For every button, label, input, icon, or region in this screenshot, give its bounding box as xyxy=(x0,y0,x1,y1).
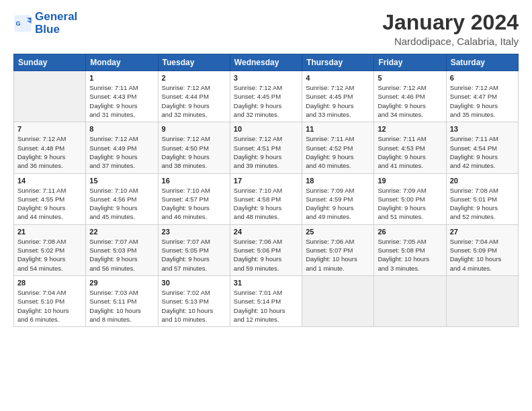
header-saturday: Saturday xyxy=(446,54,518,71)
day-info: Sunrise: 7:08 AMSunset: 5:01 PMDaylight:… xyxy=(450,186,515,222)
week-row-1: 1Sunrise: 7:11 AMSunset: 4:43 PMDaylight… xyxy=(14,71,519,122)
header-monday: Monday xyxy=(86,54,158,71)
day-number: 3 xyxy=(234,74,298,82)
calendar-cell: 31Sunrise: 7:01 AMSunset: 5:14 PMDayligh… xyxy=(230,275,302,326)
day-info: Sunrise: 7:06 AMSunset: 5:06 PMDaylight:… xyxy=(234,237,298,273)
calendar-subtitle: Nardodipace, Calabria, Italy xyxy=(382,36,519,47)
day-info: Sunrise: 7:05 AMSunset: 5:08 PMDaylight:… xyxy=(378,237,442,273)
calendar-cell: 7Sunrise: 7:12 AMSunset: 4:48 PMDaylight… xyxy=(14,122,86,173)
day-info: Sunrise: 7:12 AMSunset: 4:51 PMDaylight:… xyxy=(234,134,298,170)
day-info: Sunrise: 7:12 AMSunset: 4:49 PMDaylight:… xyxy=(89,134,154,170)
day-number: 2 xyxy=(162,74,226,82)
calendar-cell: 21Sunrise: 7:08 AMSunset: 5:02 PMDayligh… xyxy=(14,224,86,275)
header: G General Blue January 2024 Nardodipace,… xyxy=(13,11,519,47)
day-info: Sunrise: 7:11 AMSunset: 4:55 PMDaylight:… xyxy=(17,186,82,222)
calendar-cell: 14Sunrise: 7:11 AMSunset: 4:55 PMDayligh… xyxy=(14,173,86,224)
logo: G General Blue xyxy=(13,11,77,36)
day-info: Sunrise: 7:04 AMSunset: 5:10 PMDaylight:… xyxy=(17,288,82,324)
day-number: 28 xyxy=(17,279,82,287)
day-number: 9 xyxy=(162,125,226,133)
calendar-table: Sunday Monday Tuesday Wednesday Thursday… xyxy=(13,54,519,327)
header-friday: Friday xyxy=(374,54,446,71)
header-row: Sunday Monday Tuesday Wednesday Thursday… xyxy=(14,54,519,71)
calendar-cell xyxy=(374,275,446,326)
page-container: G General Blue January 2024 Nardodipace,… xyxy=(0,0,532,334)
day-number: 10 xyxy=(234,125,298,133)
day-info: Sunrise: 7:02 AMSunset: 5:13 PMDaylight:… xyxy=(162,288,226,324)
day-number: 30 xyxy=(162,279,226,287)
day-number: 25 xyxy=(306,228,370,236)
calendar-cell: 17Sunrise: 7:10 AMSunset: 4:58 PMDayligh… xyxy=(230,173,302,224)
calendar-cell: 1Sunrise: 7:11 AMSunset: 4:43 PMDaylight… xyxy=(86,71,158,122)
calendar-title: January 2024 xyxy=(382,11,519,34)
day-info: Sunrise: 7:10 AMSunset: 4:58 PMDaylight:… xyxy=(234,186,298,222)
day-info: Sunrise: 7:11 AMSunset: 4:54 PMDaylight:… xyxy=(450,134,515,170)
day-number: 17 xyxy=(234,177,298,185)
day-number: 8 xyxy=(89,125,154,133)
day-number: 24 xyxy=(234,228,298,236)
calendar-cell xyxy=(302,275,374,326)
calendar-cell: 3Sunrise: 7:12 AMSunset: 4:45 PMDaylight… xyxy=(230,71,302,122)
header-wednesday: Wednesday xyxy=(230,54,302,71)
title-block: January 2024 Nardodipace, Calabria, Ital… xyxy=(382,11,519,47)
day-info: Sunrise: 7:01 AMSunset: 5:14 PMDaylight:… xyxy=(234,288,298,324)
day-info: Sunrise: 7:12 AMSunset: 4:45 PMDaylight:… xyxy=(234,83,298,119)
day-number: 29 xyxy=(89,279,154,287)
calendar-cell: 27Sunrise: 7:04 AMSunset: 5:09 PMDayligh… xyxy=(446,224,518,275)
day-number: 31 xyxy=(234,279,298,287)
day-number: 26 xyxy=(378,228,442,236)
day-info: Sunrise: 7:11 AMSunset: 4:52 PMDaylight:… xyxy=(306,134,370,170)
week-row-4: 21Sunrise: 7:08 AMSunset: 5:02 PMDayligh… xyxy=(14,224,519,275)
day-info: Sunrise: 7:06 AMSunset: 5:07 PMDaylight:… xyxy=(306,237,370,273)
day-info: Sunrise: 7:08 AMSunset: 5:02 PMDaylight:… xyxy=(17,237,82,273)
day-info: Sunrise: 7:11 AMSunset: 4:53 PMDaylight:… xyxy=(378,134,442,170)
day-number: 5 xyxy=(378,74,442,82)
header-tuesday: Tuesday xyxy=(158,54,230,71)
day-number: 11 xyxy=(306,125,370,133)
day-number: 27 xyxy=(450,228,515,236)
calendar-cell: 6Sunrise: 7:12 AMSunset: 4:47 PMDaylight… xyxy=(446,71,518,122)
calendar-cell: 8Sunrise: 7:12 AMSunset: 4:49 PMDaylight… xyxy=(86,122,158,173)
day-info: Sunrise: 7:12 AMSunset: 4:48 PMDaylight:… xyxy=(17,134,82,170)
calendar-cell xyxy=(446,275,518,326)
day-number: 21 xyxy=(17,228,82,236)
day-number: 19 xyxy=(378,177,442,185)
logo-icon: G xyxy=(13,14,32,33)
day-number: 1 xyxy=(89,74,154,82)
day-info: Sunrise: 7:12 AMSunset: 4:50 PMDaylight:… xyxy=(162,134,226,170)
day-number: 23 xyxy=(162,228,226,236)
day-info: Sunrise: 7:07 AMSunset: 5:03 PMDaylight:… xyxy=(89,237,154,273)
calendar-cell: 2Sunrise: 7:12 AMSunset: 4:44 PMDaylight… xyxy=(158,71,230,122)
calendar-cell: 20Sunrise: 7:08 AMSunset: 5:01 PMDayligh… xyxy=(446,173,518,224)
calendar-cell: 15Sunrise: 7:10 AMSunset: 4:56 PMDayligh… xyxy=(86,173,158,224)
day-number: 13 xyxy=(450,125,515,133)
week-row-3: 14Sunrise: 7:11 AMSunset: 4:55 PMDayligh… xyxy=(14,173,519,224)
day-info: Sunrise: 7:09 AMSunset: 4:59 PMDaylight:… xyxy=(306,186,370,222)
logo-text: General Blue xyxy=(35,11,77,36)
calendar-cell: 26Sunrise: 7:05 AMSunset: 5:08 PMDayligh… xyxy=(374,224,446,275)
calendar-cell: 10Sunrise: 7:12 AMSunset: 4:51 PMDayligh… xyxy=(230,122,302,173)
day-number: 4 xyxy=(306,74,370,82)
day-number: 6 xyxy=(450,74,515,82)
day-info: Sunrise: 7:12 AMSunset: 4:45 PMDaylight:… xyxy=(306,83,370,119)
day-info: Sunrise: 7:12 AMSunset: 4:46 PMDaylight:… xyxy=(378,83,442,119)
calendar-cell: 19Sunrise: 7:09 AMSunset: 5:00 PMDayligh… xyxy=(374,173,446,224)
day-info: Sunrise: 7:07 AMSunset: 5:05 PMDaylight:… xyxy=(162,237,226,273)
calendar-cell: 13Sunrise: 7:11 AMSunset: 4:54 PMDayligh… xyxy=(446,122,518,173)
day-info: Sunrise: 7:10 AMSunset: 4:57 PMDaylight:… xyxy=(162,186,226,222)
calendar-cell: 30Sunrise: 7:02 AMSunset: 5:13 PMDayligh… xyxy=(158,275,230,326)
calendar-cell: 9Sunrise: 7:12 AMSunset: 4:50 PMDaylight… xyxy=(158,122,230,173)
calendar-cell: 23Sunrise: 7:07 AMSunset: 5:05 PMDayligh… xyxy=(158,224,230,275)
calendar-cell: 22Sunrise: 7:07 AMSunset: 5:03 PMDayligh… xyxy=(86,224,158,275)
week-row-2: 7Sunrise: 7:12 AMSunset: 4:48 PMDaylight… xyxy=(14,122,519,173)
day-number: 16 xyxy=(162,177,226,185)
calendar-cell xyxy=(14,71,86,122)
calendar-cell: 16Sunrise: 7:10 AMSunset: 4:57 PMDayligh… xyxy=(158,173,230,224)
day-info: Sunrise: 7:10 AMSunset: 4:56 PMDaylight:… xyxy=(89,186,154,222)
calendar-cell: 4Sunrise: 7:12 AMSunset: 4:45 PMDaylight… xyxy=(302,71,374,122)
svg-text:G: G xyxy=(16,19,21,26)
calendar-cell: 11Sunrise: 7:11 AMSunset: 4:52 PMDayligh… xyxy=(302,122,374,173)
day-info: Sunrise: 7:12 AMSunset: 4:47 PMDaylight:… xyxy=(450,83,515,119)
header-thursday: Thursday xyxy=(302,54,374,71)
day-info: Sunrise: 7:03 AMSunset: 5:11 PMDaylight:… xyxy=(89,288,154,324)
